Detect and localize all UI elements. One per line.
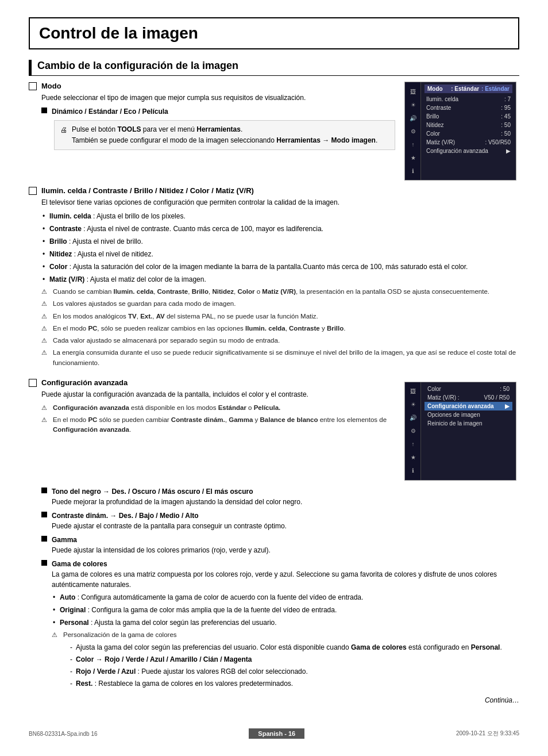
config-label: Configuración avanzada bbox=[41, 378, 128, 387]
ilumin-subsection: Ilumin. celda / Contraste / Brillo / Nit… bbox=[29, 186, 519, 368]
tv-menu1-title: Modo : Estándar : Estándar bbox=[424, 85, 512, 93]
modo-square-items: Dinámico / Estándar / Eco / Película 🖨 P… bbox=[41, 106, 395, 150]
tono-icon bbox=[41, 488, 47, 493]
gama-sub-0: Ajusta la gama del color según las prefe… bbox=[69, 642, 519, 653]
continues-text: Continúa… bbox=[29, 696, 519, 704]
tv-menu1-row5-label: Matiz (V/R) bbox=[426, 139, 455, 145]
tv-icon-sun: ☀ bbox=[406, 98, 420, 111]
ilumin-checkbox-icon bbox=[29, 187, 37, 195]
tv-menu1-right: Modo : Estándar : Estándar Ilumin. celda… bbox=[421, 82, 516, 180]
ilumin-bullet-3: Nitidez : Ajusta el nivel de nitidez. bbox=[41, 249, 519, 259]
config-header: Configuración avanzada bbox=[29, 378, 395, 387]
tv-menu1-row-4: Color : 50 bbox=[424, 129, 512, 138]
tv-menu2-row-opciones: Opciones de imagen bbox=[424, 410, 512, 419]
footer: BN68-02331A-Spa.indb 16 Spanish - 16 200… bbox=[0, 728, 548, 739]
info-icon: 🖨 bbox=[60, 125, 67, 136]
config-content: Configuración avanzada Puede ajustar la … bbox=[29, 378, 395, 481]
config-note-0: Configuración avanzada está disponible e… bbox=[41, 403, 395, 413]
tv2-icon-input: ↑ bbox=[406, 438, 420, 451]
tv-menu2-row-config: Configuración avanzada ▶ bbox=[424, 402, 512, 410]
gama-sub-bullets: Auto : Configura automáticamente la gama… bbox=[52, 592, 519, 628]
ilumin-note-1: Los valores ajustados se guardan para ca… bbox=[41, 299, 519, 309]
config-section: Configuración avanzada Puede ajustar la … bbox=[29, 378, 519, 481]
tv-menu1-sidebar: 🖼 ☀ 🔊 ⚙ ↑ ★ ℹ Modo : Estándar : Estándar bbox=[405, 82, 516, 180]
modo-info-text: Pulse el botón TOOLS para ver el menú He… bbox=[72, 124, 377, 146]
ilumin-header: Ilumin. celda / Contraste / Brillo / Nit… bbox=[29, 186, 519, 195]
tv-menu1-row0-val: : 7 bbox=[504, 96, 511, 102]
tv-icon-setup: ⚙ bbox=[406, 125, 420, 137]
modo-desc: Puede seleccionar el tipo de imagen que … bbox=[41, 93, 395, 103]
tv-menu1-row1-label: Contraste bbox=[426, 105, 451, 111]
tv-menu2-sidebar: 🖼 ☀ 🔊 ⚙ ↑ ★ ℹ Color : 50 bbox=[405, 382, 516, 480]
tv-menu1-row2-val: : 45 bbox=[501, 113, 511, 120]
gama-item: Gama de colores La gama de colores es un… bbox=[41, 559, 519, 690]
ilumin-bullets: Ilumin. celda : Ajusta el brillo de los … bbox=[41, 211, 519, 285]
ilumin-bullet-2: Brillo : Ajusta el nivel de brillo. bbox=[41, 236, 519, 247]
tv-icon-app: ★ bbox=[406, 151, 420, 164]
tv-menu1-row-0: Ilumin. celda : 7 bbox=[424, 95, 512, 103]
tv-icon-img: 🖼 bbox=[406, 85, 420, 98]
config-desc: Puede ajustar la configuración avanzada … bbox=[41, 389, 395, 400]
tv-menu1-row5-val: : V50/R50 bbox=[485, 139, 511, 145]
tv-menu2: 🖼 ☀ 🔊 ⚙ ↑ ★ ℹ Color : 50 bbox=[404, 382, 516, 481]
tv-menu2-opciones-label: Opciones de imagen bbox=[427, 412, 480, 418]
tv-menu1-mode-value: : Estándar bbox=[481, 86, 510, 92]
tono-text: Tono del negro → Des. / Oscuro / Más osc… bbox=[52, 486, 302, 507]
tv-menu1-row6-label: Configuración avanzada bbox=[426, 148, 488, 154]
tv-menu1-row6-arrow: ▶ bbox=[506, 148, 511, 154]
ilumin-notes: Cuando se cambian Ilumin. celda, Contras… bbox=[41, 287, 519, 368]
tv2-icon-app: ★ bbox=[406, 451, 420, 464]
gama-note: Personalización de la gama de colores bbox=[52, 630, 519, 640]
ilumin-bullet-0: Ilumin. celda : Ajusta el brillo de los … bbox=[41, 211, 519, 221]
modo-checkbox-icon bbox=[29, 82, 37, 90]
config-subsection: Configuración avanzada Puede ajustar la … bbox=[29, 378, 395, 435]
tv-menu1-row-5: Matiz (V/R) : V50/R50 bbox=[424, 138, 512, 147]
ilumin-label: Ilumin. celda / Contraste / Brillo / Nit… bbox=[41, 186, 254, 195]
tv-menu2-reinicio-label: Reinicio de la imagen bbox=[427, 420, 483, 427]
tv-menu2-left: 🖼 ☀ 🔊 ⚙ ↑ ★ ℹ bbox=[405, 382, 421, 480]
ilumin-desc: El televisor tiene varias opciones de co… bbox=[41, 197, 519, 208]
tv2-icon-setup: ⚙ bbox=[406, 425, 420, 438]
ilumin-bullet-1: Contraste : Ajusta el nivel de contraste… bbox=[41, 224, 519, 234]
tv-menu1-col: 🖼 ☀ 🔊 ⚙ ↑ ★ ℹ Modo : Estándar : Estándar bbox=[404, 82, 519, 181]
config-bold: Configuración avanzada bbox=[41, 378, 128, 387]
gamma-text: Gamma Puede ajustar la intensidad de los… bbox=[52, 535, 271, 555]
tv-icon-input: ↑ bbox=[406, 138, 420, 151]
ilumin-note-3: En el modo PC, sólo se pueden realizar c… bbox=[41, 324, 519, 333]
config-note-1: En el modo PC sólo se pueden cambiar Con… bbox=[41, 415, 395, 435]
tv2-icon-sun: ☀ bbox=[406, 398, 420, 411]
gama-sub-2: Rojo / Verde / Azul : Puede ajustar los … bbox=[69, 666, 519, 677]
contraste-dinam-item: Contraste dinám. → Des. / Bajo / Medio /… bbox=[41, 511, 519, 531]
tv-menu2-right: Color : 50 Matiz (V/R) : V50 / R50 Confi… bbox=[421, 382, 516, 480]
page-title: Control de la imagen bbox=[29, 17, 519, 49]
modo-square-icon bbox=[41, 108, 47, 113]
modo-label: Modo bbox=[41, 82, 61, 90]
tv-menu1-row4-val: : 50 bbox=[501, 131, 511, 137]
gamma-icon bbox=[41, 536, 47, 542]
tv-menu1-mode-label: Modo bbox=[427, 86, 443, 92]
tv-menu2-config-arrow: ▶ bbox=[505, 403, 510, 409]
tv-menu1-row-1: Contraste : 95 bbox=[424, 103, 512, 112]
tv-menu2-matiz-label: Matiz (V/R) : bbox=[427, 394, 460, 401]
gama-icon bbox=[41, 560, 47, 566]
tv-menu2-color-val: : 50 bbox=[500, 386, 510, 392]
tv-menu2-row-color: Color : 50 bbox=[424, 385, 512, 393]
ilumin-note-0: Cuando se cambian Ilumin. celda, Contras… bbox=[41, 287, 519, 297]
tv-menu1: 🖼 ☀ 🔊 ⚙ ↑ ★ ℹ Modo : Estándar : Estándar bbox=[404, 82, 516, 181]
config-notes: Configuración avanzada está disponible e… bbox=[41, 403, 395, 435]
modo-dynamic-label: Dinámico / Estándar / Eco / Película bbox=[52, 106, 168, 117]
contraste-dinam-icon bbox=[41, 512, 47, 517]
tono-item: Tono del negro → Des. / Oscuro / Más osc… bbox=[41, 486, 519, 507]
tv-icon-info: ℹ bbox=[406, 164, 420, 177]
tv-menu2-color-label: Color bbox=[427, 386, 441, 392]
tv2-icon-info: ℹ bbox=[406, 465, 420, 477]
footer-badge: Spanish - 16 bbox=[249, 728, 304, 739]
tv2-icon-img: 🖼 bbox=[406, 385, 420, 398]
modo-content: Modo Puede seleccionar el tipo de imagen… bbox=[29, 82, 395, 181]
contraste-dinam-text: Contraste dinám. → Des. / Bajo / Medio /… bbox=[52, 511, 287, 531]
footer-date: 2009-10-21 오전 9:33:45 bbox=[456, 730, 519, 738]
tv-menu1-row3-val: : 50 bbox=[501, 122, 511, 128]
gama-sub-3: Rest. : Restablece la gama de colores en… bbox=[69, 678, 519, 689]
page: Control de la imagen Cambio de la config… bbox=[0, 0, 548, 756]
gama-personal-bullet: Personal : Ajusta la gama del color segú… bbox=[52, 617, 519, 628]
